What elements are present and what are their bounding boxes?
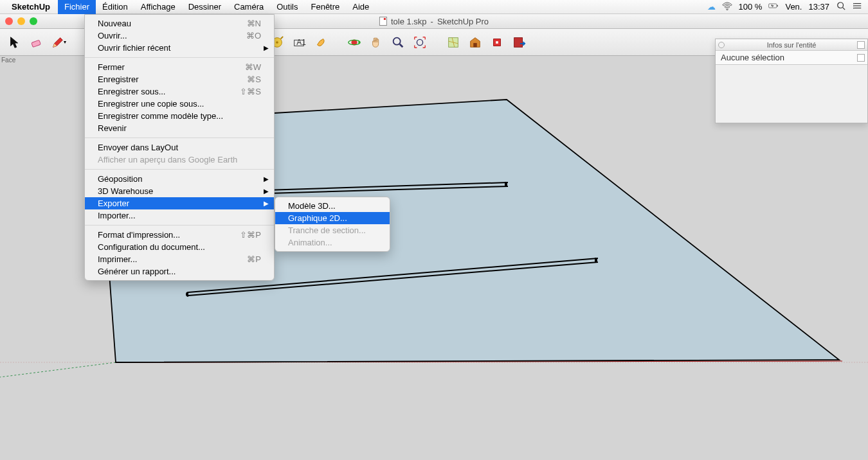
menu-dessiner[interactable]: Dessiner (182, 0, 228, 14)
svg-point-18 (393, 37, 401, 44)
menu-separator (85, 137, 274, 138)
menu-camera[interactable]: Caméra (228, 0, 270, 14)
chevron-right-icon: ▶ (264, 44, 269, 51)
svg-point-12 (276, 41, 278, 44)
menu-imprimer[interactable]: Imprimer...⌘P (85, 253, 274, 265)
chevron-right-icon: ▶ (264, 175, 269, 182)
menu-enregistrer[interactable]: Enregistrer⌘S (85, 73, 274, 85)
app-name[interactable]: SketchUp (12, 2, 50, 12)
menu-generer-rapport[interactable]: Générer un rapport... (85, 265, 274, 278)
menu-enregistrer-modele[interactable]: Enregistrer comme modèle type... (85, 110, 274, 122)
map-tool[interactable] (444, 33, 463, 52)
svg-rect-22 (473, 42, 477, 46)
svg-rect-1 (777, 5, 778, 6)
menubar-day: Ven. (785, 2, 802, 12)
menu-ouvrir[interactable]: Ouvrir...⌘O (85, 30, 274, 42)
panel-selection-row: Aucune sélection (716, 51, 867, 65)
svg-line-3 (843, 8, 845, 10)
pan-tool[interactable] (366, 33, 386, 52)
menubar-time: 13:37 (808, 2, 829, 12)
3d-warehouse-tool[interactable] (466, 33, 485, 52)
document-icon (379, 17, 387, 26)
menu-nouveau[interactable]: Nouveau⌘N (85, 17, 274, 30)
window-title: tole 1.skp - SketchUp Pro (379, 17, 489, 26)
svg-text:A1: A1 (296, 37, 306, 46)
menu-exporter[interactable]: Exporter▶ (85, 197, 274, 209)
wifi-icon[interactable] (722, 1, 732, 12)
panel-empty-area (716, 65, 867, 123)
menu-geoposition[interactable]: Géoposition▶ (85, 173, 274, 185)
title-separator: - (431, 17, 433, 26)
menu-ouvrir-recent[interactable]: Ouvrir fichier récent▶ (85, 42, 274, 54)
submenu-animation: Animation... (275, 236, 390, 249)
menu-enregistrer-copie[interactable]: Enregistrer une copie sous... (85, 98, 274, 110)
paint-tool[interactable] (311, 33, 330, 52)
send-to-layout-tool[interactable] (509, 33, 529, 52)
svg-rect-23 (514, 37, 523, 47)
submenu-graphique-2d[interactable]: Graphique 2D... (275, 212, 390, 224)
eraser-tool[interactable] (27, 33, 46, 52)
menu-separator (85, 169, 274, 170)
menubar-status: ☁ 100 % Ven. 13:37 (707, 1, 863, 12)
traffic-lights (5, 17, 37, 25)
chevron-right-icon: ▶ (264, 188, 269, 195)
cloud-icon[interactable]: ☁ (707, 2, 716, 12)
menu-aide[interactable]: Aide (346, 0, 375, 14)
menu-revenir[interactable]: Revenir (85, 122, 274, 134)
zoom-extents-tool[interactable] (410, 33, 429, 52)
entity-info-panel: Infos sur l'entité Aucune sélection (715, 39, 868, 123)
menu-apercu-google-earth: Afficher un aperçu dans Google Earth (85, 154, 274, 166)
panel-close-icon[interactable] (718, 42, 725, 48)
chevron-right-icon: ▶ (264, 200, 269, 207)
svg-line-26 (0, 362, 116, 377)
export-submenu: Modèle 3D... Graphique 2D... Tranche de … (275, 197, 390, 252)
battery-icon[interactable] (768, 1, 779, 12)
panel-expand-icon[interactable] (857, 54, 865, 62)
menu-3d-warehouse[interactable]: 3D Warehouse▶ (85, 185, 274, 197)
menu-icon[interactable] (853, 1, 863, 12)
menu-separator (85, 57, 274, 58)
menu-config-document[interactable]: Configuration du document... (85, 241, 274, 253)
maximize-button[interactable] (30, 17, 37, 25)
submenu-tranche-section: Tranche de section... (275, 224, 390, 236)
menu-envoyer-layout[interactable]: Envoyer dans LayOut (85, 141, 274, 154)
extension-warehouse-tool[interactable] (487, 33, 507, 52)
dimension-tool[interactable]: A1 (289, 33, 309, 52)
menu-fichier[interactable]: Fichier (58, 0, 96, 14)
menu-format-impression[interactable]: Format d'impression...⇧⌘P (85, 229, 274, 241)
submenu-modele-3d[interactable]: Modèle 3D... (275, 200, 390, 212)
menu-separator (85, 225, 274, 226)
minimize-button[interactable] (17, 17, 25, 25)
close-button[interactable] (5, 17, 13, 25)
menu-importer[interactable]: Importer... (85, 209, 274, 222)
zoom-tool[interactable] (388, 33, 408, 52)
mac-menubar: SketchUp Fichier Édition Affichage Dessi… (0, 0, 868, 14)
svg-point-7 (853, 3, 854, 4)
panel-collapse-icon[interactable] (857, 41, 865, 49)
svg-point-8 (853, 5, 854, 6)
battery-percent: 100 % (739, 2, 763, 12)
menu-enregistrer-sous[interactable]: Enregistrer sous...⇧⌘S (85, 85, 274, 98)
svg-line-13 (281, 36, 284, 39)
panel-title-text: Infos sur l'entité (767, 41, 817, 49)
menu-affichage[interactable]: Affichage (134, 0, 182, 14)
pencil-tool[interactable]: ▾ (49, 33, 68, 52)
menu-outils[interactable]: Outils (270, 0, 304, 14)
status-label: Face (1, 57, 15, 64)
select-tool[interactable] (5, 33, 24, 52)
menu-edition[interactable]: Édition (96, 0, 134, 14)
orbit-tool[interactable] (345, 33, 364, 52)
document-name: tole 1.skp (391, 17, 427, 26)
app-title: SketchUp Pro (437, 17, 489, 26)
menu-fenetre[interactable]: Fenêtre (304, 0, 346, 14)
svg-point-9 (853, 8, 854, 9)
svg-point-2 (838, 3, 844, 8)
svg-line-19 (400, 44, 403, 47)
svg-rect-10 (32, 40, 41, 47)
file-menu: Nouveau⌘N Ouvrir...⌘O Ouvrir fichier réc… (84, 14, 275, 281)
panel-selection-text: Aucune sélection (721, 53, 784, 62)
menu-fermer[interactable]: Fermer⌘W (85, 61, 274, 73)
spotlight-icon[interactable] (836, 1, 846, 12)
svg-point-20 (417, 39, 422, 45)
panel-titlebar[interactable]: Infos sur l'entité (716, 39, 867, 51)
